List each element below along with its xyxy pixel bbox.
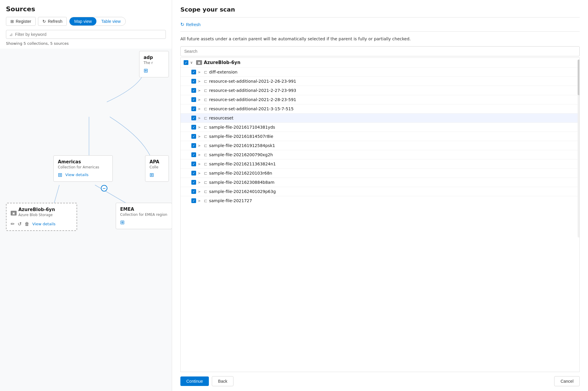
item-label-0: diff-extension <box>209 70 576 74</box>
americas-view-details[interactable]: View details <box>65 173 88 177</box>
item-checkbox-12[interactable]: ✓ <box>191 180 196 185</box>
item-checkbox-3[interactable]: ✓ <box>191 97 196 102</box>
apa-title: APA <box>150 159 164 165</box>
panel-title: Scope your scan <box>180 6 580 13</box>
item-checkbox-14[interactable]: ✓ <box>191 198 196 203</box>
tree-item[interactable]: ✓ > ⊏ sample-file-2021727 <box>181 196 579 205</box>
root-label: AzureBlob-6yn <box>204 60 575 65</box>
item-checkbox-4[interactable]: ✓ <box>191 106 196 111</box>
refresh-icon: ↻ <box>42 19 46 24</box>
left-panel: Sources ⊞ Register ↻ Refresh Map view Ta… <box>0 0 172 391</box>
azure-blob-view-details[interactable]: View details <box>32 222 55 226</box>
item-chevron-13[interactable]: > <box>198 190 202 194</box>
item-chevron-8[interactable]: > <box>198 144 202 148</box>
root-blob-icon: ▣ <box>196 60 202 65</box>
apa-grid-icon[interactable]: ⊞ <box>150 172 154 178</box>
item-checkbox-11[interactable]: ✓ <box>191 171 196 175</box>
divider-top <box>180 17 580 17</box>
tree-item[interactable]: ✓ > ⊏ sample-file-20216230884b8am <box>181 178 579 187</box>
item-checkbox-7[interactable]: ✓ <box>191 134 196 139</box>
item-label-6: sample-file-2021617104381yds <box>209 125 576 130</box>
adp-title: adp <box>144 55 164 60</box>
apa-node: APA Colle ⊞ <box>145 155 169 182</box>
right-panel: Scope your scan ↻ Refresh All future ass… <box>172 0 588 391</box>
refresh-button-right[interactable]: ↻ Refresh <box>180 22 580 27</box>
filter-input[interactable] <box>15 32 163 37</box>
item-chevron-1[interactable]: > <box>198 79 202 83</box>
map-area: adp The r ⊞ Americas Collection for Amer… <box>0 49 172 391</box>
register-button[interactable]: ⊞ Register <box>6 17 36 26</box>
item-checkbox-0[interactable]: ✓ <box>191 70 196 74</box>
item-label-2: resource-set-additional-2021-2-27-23-993 <box>209 88 576 93</box>
tree-item[interactable]: ✓ > ⊏ resource-set-additional-2021-2-28-… <box>181 95 579 104</box>
folder-icon-1: ⊏ <box>204 79 207 84</box>
item-checkbox-10[interactable]: ✓ <box>191 162 196 166</box>
tree-item[interactable]: ✓ > ⊏ diff-extension <box>181 68 579 77</box>
back-button[interactable]: Back <box>212 376 233 386</box>
item-checkbox-8[interactable]: ✓ <box>191 143 196 148</box>
root-checkbox[interactable]: ✓ <box>184 60 188 65</box>
tree-item[interactable]: ✓ > ⊏ sample-file-20216200790xg2h <box>181 150 579 159</box>
filter-icon: ⊿ <box>9 32 13 37</box>
folder-icon-4: ⊏ <box>204 106 207 111</box>
tree-item[interactable]: ✓ > ⊏ sample-file-2021617104381yds <box>181 123 579 132</box>
item-chevron-6[interactable]: > <box>198 125 202 129</box>
tree-item[interactable]: ✓ > ⊏ resource-set-additional-2021-2-26-… <box>181 77 579 86</box>
item-label-4: resource-set-additional-2021-3-15-7-515 <box>209 106 576 111</box>
emea-node: EMEA Collection for EMEA region ⊞ <box>116 203 172 229</box>
tree-item[interactable]: ✓ > ⊏ sample-file-202161912584psk1 <box>181 141 579 150</box>
tree-item[interactable]: ✓ > ⊏ resourceset <box>181 114 579 123</box>
root-chevron[interactable]: ∨ <box>190 60 194 65</box>
item-chevron-12[interactable]: > <box>198 181 202 184</box>
folder-icon-11: ⊏ <box>204 171 207 175</box>
sync-icon[interactable]: ↺ <box>18 221 21 227</box>
adp-grid-icon[interactable]: ⊞ <box>144 67 148 74</box>
item-chevron-0[interactable]: > <box>198 70 202 74</box>
tree-container[interactable]: ✓ ∨ ▣ AzureBlob-6yn ✓ > ⊏ diff-extension… <box>180 58 580 372</box>
folder-icon-3: ⊏ <box>204 97 207 102</box>
item-chevron-7[interactable]: > <box>198 135 202 138</box>
emea-subtitle: Collection for EMEA region <box>120 213 168 217</box>
tree-item[interactable]: ✓ > ⊏ resource-set-additional-2021-2-27-… <box>181 86 579 95</box>
tree-root-row[interactable]: ✓ ∨ ▣ AzureBlob-6yn <box>181 58 579 68</box>
americas-grid-icon[interactable]: ⊞ <box>58 172 62 178</box>
edit-icon[interactable]: ✏ <box>11 221 15 227</box>
emea-grid-icon[interactable]: ⊞ <box>120 219 125 225</box>
delete-icon[interactable]: 🗑 <box>25 221 29 227</box>
tree-item[interactable]: ✓ > ⊏ sample-file-20216220103r68n <box>181 169 579 178</box>
item-chevron-11[interactable]: > <box>198 171 202 175</box>
item-chevron-3[interactable]: > <box>198 98 202 102</box>
item-chevron-10[interactable]: > <box>198 162 202 166</box>
item-checkbox-9[interactable]: ✓ <box>191 152 196 157</box>
item-chevron-14[interactable]: > <box>198 199 202 203</box>
collapse-circle[interactable]: − <box>101 185 107 191</box>
item-chevron-2[interactable]: > <box>198 89 202 92</box>
tree-item[interactable]: ✓ > ⊏ resource-set-additional-2021-3-15-… <box>181 104 579 114</box>
item-checkbox-5[interactable]: ✓ <box>191 116 196 120</box>
folder-icon-10: ⊏ <box>204 162 207 166</box>
item-chevron-5[interactable]: > <box>198 116 202 120</box>
refresh-button-left[interactable]: ↻ Refresh <box>38 17 67 26</box>
folder-icon-12: ⊏ <box>204 180 207 185</box>
azure-blob-subtitle: Azure Blob Storage <box>18 213 55 217</box>
item-checkbox-6[interactable]: ✓ <box>191 125 196 130</box>
folder-icon-8: ⊏ <box>204 143 207 148</box>
cancel-button[interactable]: Cancel <box>554 376 580 386</box>
tree-item[interactable]: ✓ > ⊏ sample-file-202161814507r8ie <box>181 132 579 141</box>
item-chevron-9[interactable]: > <box>198 153 202 157</box>
item-checkbox-1[interactable]: ✓ <box>191 79 196 84</box>
tree-item[interactable]: ✓ > ⊏ sample-file-20216211363824n1 <box>181 159 579 169</box>
item-checkbox-2[interactable]: ✓ <box>191 88 196 93</box>
continue-button[interactable]: Continue <box>180 376 209 386</box>
azure-blob-icon-row: ▣ AzureBlob-6yn Azure Blob Storage <box>11 207 72 219</box>
item-checkbox-13[interactable]: ✓ <box>191 189 196 194</box>
table-view-button[interactable]: Table view <box>96 17 125 25</box>
info-text: All future assets under a certain parent… <box>180 36 580 42</box>
tree-item[interactable]: ✓ > ⊏ sample-file-202162401029p63g <box>181 187 579 196</box>
map-view-button[interactable]: Map view <box>69 17 96 25</box>
americas-title: Americas <box>58 159 108 165</box>
item-chevron-4[interactable]: > <box>198 107 202 111</box>
item-label-10: sample-file-20216211363824n1 <box>209 162 576 166</box>
folder-icon-6: ⊏ <box>204 125 207 130</box>
scope-search-input[interactable] <box>180 46 580 56</box>
